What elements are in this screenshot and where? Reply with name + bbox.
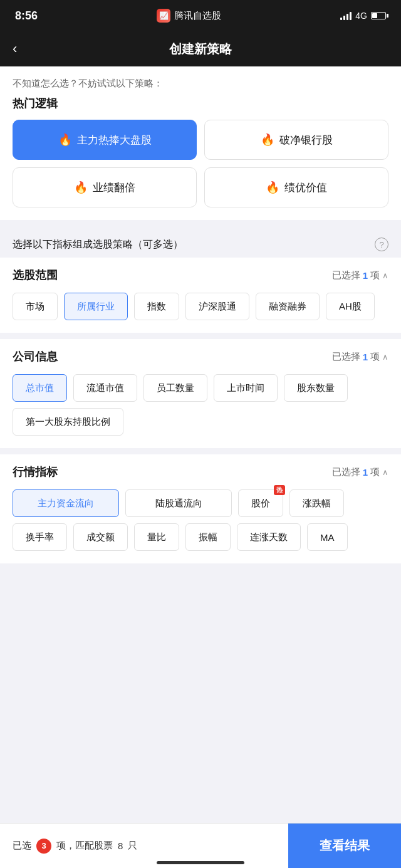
company-info-chevron: ∧ bbox=[382, 352, 388, 362]
hot-btn-2-label: 破净银行股 bbox=[279, 133, 333, 147]
tag-change[interactable]: 涨跌幅 bbox=[289, 489, 344, 517]
hot-btn-4[interactable]: 🔥 绩优价值 bbox=[204, 167, 388, 207]
status-bar: 8:56 📈 腾讯自选股 4G bbox=[0, 0, 401, 31]
tag-topshareholder[interactable]: 第一大股东持股比例 bbox=[13, 408, 123, 436]
stock-scope-title: 选股范围 bbox=[13, 268, 58, 283]
bottom-match-unit: 只 bbox=[128, 840, 137, 852]
hot-btn-1[interactable]: 🔥 主力热捧大盘股 bbox=[13, 120, 197, 160]
tag-northflow[interactable]: 陆股通流向 bbox=[125, 489, 232, 517]
hot-btn-1-label: 主力热捧大盘股 bbox=[77, 133, 152, 147]
app-name: 腾讯自选股 bbox=[174, 10, 221, 22]
tag-staff[interactable]: 员工数量 bbox=[143, 374, 207, 402]
page-title: 创建新策略 bbox=[169, 41, 232, 58]
tag-market[interactable]: 市场 bbox=[13, 293, 58, 320]
market-indicator-section: 行情指标 已选择 1 项 ∧ 主力资金流向 陆股通流向 股价 热 涨跌幅 bbox=[0, 454, 401, 563]
company-info-count: 1 bbox=[363, 352, 368, 362]
hot-btn-2[interactable]: 🔥 破净银行股 bbox=[204, 120, 388, 160]
fire-icon-2: 🔥 bbox=[261, 133, 274, 147]
tag-ah[interactable]: AH股 bbox=[326, 293, 375, 320]
tag-mktcap[interactable]: 总市值 bbox=[13, 374, 67, 402]
view-result-label: 查看结果 bbox=[320, 837, 370, 854]
market-indicator-tags: 主力资金流向 陆股通流向 股价 热 涨跌幅 换手率 成交额 量比 振幅 bbox=[13, 489, 388, 551]
fire-icon-3: 🔥 bbox=[74, 180, 88, 194]
hint-text: 不知道怎么选？不妨试试以下策略： bbox=[13, 78, 163, 88]
app-icon: 📈 bbox=[157, 9, 170, 23]
tag-volume[interactable]: 成交额 bbox=[73, 523, 128, 551]
stock-scope-header: 选股范围 已选择 1 项 ∧ bbox=[13, 268, 388, 283]
market-indicator-count: 1 bbox=[363, 467, 368, 478]
home-indicator bbox=[157, 861, 244, 864]
stock-scope-count: 1 bbox=[363, 270, 368, 281]
hot-btn-3[interactable]: 🔥 业绩翻倍 bbox=[13, 167, 197, 207]
tag-float[interactable]: 流通市值 bbox=[73, 374, 137, 402]
signal-type: 4G bbox=[355, 11, 367, 21]
status-time: 8:56 bbox=[15, 9, 38, 23]
company-info-header: 公司信息 已选择 1 项 ∧ bbox=[13, 349, 388, 364]
bottom-info: 已选 3 项，匹配股票 8 只 bbox=[0, 839, 288, 854]
hot-badge-price: 热 bbox=[274, 485, 285, 495]
tag-listdate[interactable]: 上市时间 bbox=[214, 374, 278, 402]
fire-icon-4: 🔥 bbox=[266, 180, 279, 194]
company-info-tags: 总市值 流通市值 员工数量 上市时间 股东数量 第一大股东持股比例 bbox=[13, 374, 388, 436]
company-info-selected[interactable]: 已选择 1 项 ∧ bbox=[332, 351, 388, 363]
hint-section: 不知道怎么选？不妨试试以下策略： bbox=[0, 66, 401, 93]
market-indicator-title: 行情指标 bbox=[13, 464, 58, 479]
nav-bar: ‹ 创建新策略 bbox=[0, 31, 401, 66]
back-button[interactable]: ‹ bbox=[13, 41, 17, 57]
battery-icon bbox=[371, 12, 386, 19]
stock-scope-suffix: 项 bbox=[370, 269, 380, 281]
tag-updays[interactable]: 连涨天数 bbox=[237, 523, 301, 551]
hot-logic-title: 热门逻辑 bbox=[13, 96, 388, 111]
bottom-match-text: 项，匹配股票 bbox=[56, 840, 113, 852]
stock-scope-section: 选股范围 已选择 1 项 ∧ 市场 所属行业 指数 沪深股通 融资融券 bbox=[0, 258, 401, 333]
tag-turnover[interactable]: 换手率 bbox=[13, 523, 67, 551]
market-indicator-header: 行情指标 已选择 1 项 ∧ bbox=[13, 464, 388, 479]
hot-logic-grid: 🔥 主力热捧大盘股 🔥 破净银行股 🔥 业绩翻倍 🔥 绩优价值 bbox=[13, 120, 388, 207]
indicator-hint: 选择以下指标组成选股策略（可多选） ? bbox=[0, 226, 401, 258]
indicator-hint-text: 选择以下指标组成选股策略（可多选） bbox=[13, 238, 183, 251]
market-indicator-chevron: ∧ bbox=[382, 468, 388, 477]
stock-scope-chevron: ∧ bbox=[382, 271, 388, 280]
status-right: 4G bbox=[340, 11, 386, 21]
tag-amplitude[interactable]: 振幅 bbox=[185, 523, 231, 551]
hot-logic-section: 热门逻辑 🔥 主力热捧大盘股 🔥 破净银行股 🔥 业绩翻倍 🔥 绩优价值 bbox=[0, 93, 401, 220]
stock-scope-selected[interactable]: 已选择 1 项 ∧ bbox=[332, 269, 388, 281]
tag-price[interactable]: 股价 热 bbox=[238, 489, 283, 517]
company-info-suffix: 项 bbox=[370, 351, 380, 363]
company-info-title: 公司信息 bbox=[13, 349, 58, 364]
bottom-selected-label: 已选 bbox=[13, 840, 31, 852]
fire-icon-1: 🔥 bbox=[58, 133, 72, 147]
tag-rongzi[interactable]: 融资融券 bbox=[256, 293, 320, 320]
market-indicator-suffix: 项 bbox=[370, 466, 380, 478]
help-icon[interactable]: ? bbox=[375, 238, 388, 251]
tag-shareholders[interactable]: 股东数量 bbox=[284, 374, 348, 402]
tag-ma[interactable]: MA bbox=[307, 523, 348, 551]
company-info-selected-label: 已选择 bbox=[332, 351, 360, 363]
stock-scope-selected-label: 已选择 bbox=[332, 269, 360, 281]
stock-scope-tags: 市场 所属行业 指数 沪深股通 融资融券 AH股 bbox=[13, 293, 388, 320]
status-center: 📈 腾讯自选股 bbox=[157, 9, 221, 23]
market-indicator-selected[interactable]: 已选择 1 项 ∧ bbox=[332, 466, 388, 478]
tag-mainflow[interactable]: 主力资金流向 bbox=[13, 489, 119, 517]
company-info-section: 公司信息 已选择 1 项 ∧ 总市值 流通市值 员工数量 上市时间 股东数量 bbox=[0, 339, 401, 448]
tag-industry[interactable]: 所属行业 bbox=[64, 293, 128, 320]
view-result-button[interactable]: 查看结果 bbox=[288, 824, 401, 869]
bottom-selected-badge: 3 bbox=[36, 839, 51, 854]
tag-index[interactable]: 指数 bbox=[134, 293, 179, 320]
market-indicator-selected-label: 已选择 bbox=[332, 466, 360, 478]
tag-volratio[interactable]: 量比 bbox=[134, 523, 179, 551]
content: 不知道怎么选？不妨试试以下策略： 热门逻辑 🔥 主力热捧大盘股 🔥 破净银行股 … bbox=[0, 66, 401, 620]
tag-hushen[interactable]: 沪深股通 bbox=[185, 293, 249, 320]
bottom-match-count: 8 bbox=[118, 840, 123, 851]
signal-bars bbox=[340, 11, 352, 20]
hot-btn-4-label: 绩优价值 bbox=[284, 180, 327, 195]
hot-btn-3-label: 业绩翻倍 bbox=[93, 180, 135, 195]
